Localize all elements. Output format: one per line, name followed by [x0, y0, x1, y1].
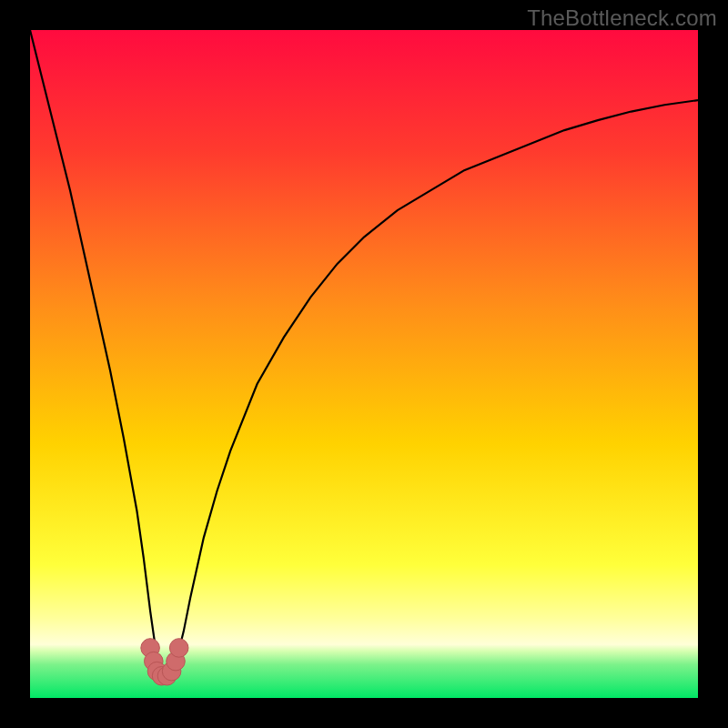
outer-frame: TheBottleneck.com [0, 0, 728, 728]
plot-area [30, 30, 698, 698]
gradient-background [30, 30, 698, 698]
curve-marker [169, 639, 188, 658]
watermark-text: TheBottleneck.com [527, 5, 717, 31]
bottleneck-chart [30, 30, 698, 698]
